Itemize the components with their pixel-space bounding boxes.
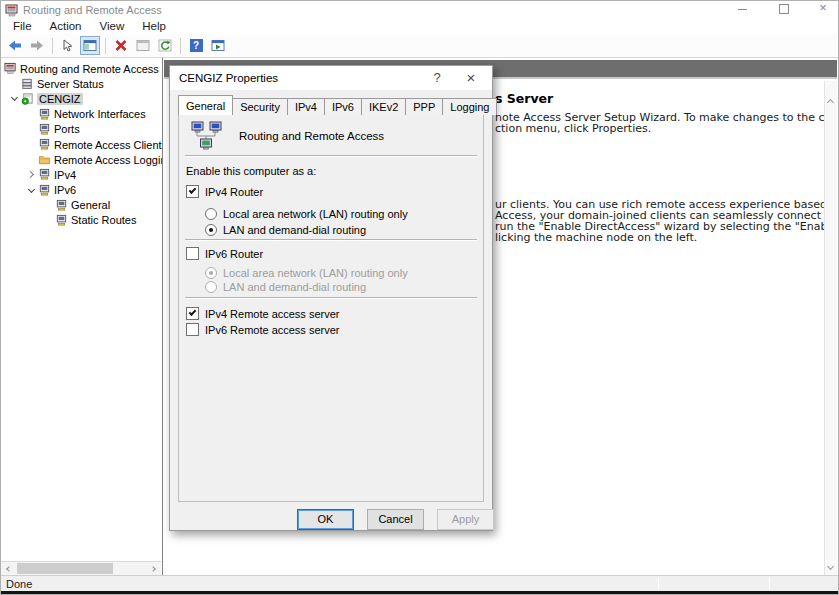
maximize-button[interactable] <box>776 2 790 14</box>
ipv6-lan-only-radio: Local area network (LAN) routing only <box>205 267 408 279</box>
back-button[interactable] <box>5 36 25 55</box>
server-green-icon <box>21 92 34 105</box>
radio-selected-disabled-icon <box>205 267 217 279</box>
show-pane-button[interactable] <box>208 36 228 55</box>
help-button[interactable]: ? <box>186 36 206 55</box>
tab-security[interactable]: Security <box>232 98 288 115</box>
product-row: Routing and Remote Access <box>189 121 384 151</box>
window-title: Routing and Remote Access <box>23 4 162 16</box>
scrollbar-thumb[interactable] <box>17 563 113 574</box>
minimize-button[interactable] <box>736 2 750 14</box>
menu-action[interactable]: Action <box>41 20 91 32</box>
toolbar-separator <box>105 38 106 54</box>
checkbox-checked-icon[interactable] <box>186 185 199 198</box>
ok-button[interactable]: OK <box>297 509 354 530</box>
statusbar-divider <box>658 578 659 589</box>
toolbar: ? <box>1 34 838 58</box>
tree-item-remote-access-clients[interactable]: Remote Access Clients ( <box>1 137 162 152</box>
separator <box>185 297 477 299</box>
console-tree-panel: Routing and Remote Access Server Status … <box>1 58 163 575</box>
scroll-left-icon[interactable] <box>3 564 13 574</box>
expander-right-icon[interactable] <box>25 168 38 181</box>
tree-item-label: General <box>71 199 110 211</box>
tree-item-ipv6[interactable]: IPv6 <box>1 183 162 198</box>
pointer-icon <box>61 39 75 52</box>
help-icon: ? <box>190 39 203 52</box>
forward-button[interactable] <box>27 36 47 55</box>
app-window: Routing and Remote Access × File Action … <box>0 0 839 595</box>
dialog-close-button[interactable]: × <box>456 66 486 90</box>
content-heading: s Server <box>495 91 553 106</box>
radio-unselected-icon[interactable] <box>205 208 217 220</box>
toolbar-separator <box>180 38 181 54</box>
rras-product-icon <box>189 121 223 151</box>
tree-item-root[interactable]: Routing and Remote Access <box>1 61 162 76</box>
menu-help[interactable]: Help <box>133 20 175 32</box>
machine-icon <box>38 123 51 136</box>
tree-item-remote-access-logging[interactable]: Remote Access Logging <box>1 152 162 167</box>
delete-button[interactable] <box>111 36 131 55</box>
bottom-strip <box>1 591 838 594</box>
tab-logging[interactable]: Logging <box>442 98 497 115</box>
option-label: IPv4 Remote access server <box>205 308 340 320</box>
console-tree-icon <box>83 39 97 52</box>
tab-ipv6[interactable]: IPv6 <box>324 98 362 115</box>
checkbox-checked-icon[interactable] <box>186 307 199 320</box>
app-icon <box>5 4 19 17</box>
ipv4-remote-access-server-checkbox[interactable]: IPv4 Remote access server <box>186 307 340 320</box>
scroll-down-icon[interactable] <box>828 555 836 563</box>
ipv6-remote-access-server-checkbox[interactable]: IPv6 Remote access server <box>186 323 340 336</box>
scroll-right-icon[interactable] <box>149 564 159 574</box>
content-line: licking the machine node on the left. <box>495 233 837 244</box>
tree-item-ipv4[interactable]: IPv4 <box>1 167 162 182</box>
machine-icon <box>38 184 51 197</box>
product-label: Routing and Remote Access <box>239 130 384 142</box>
refresh-button[interactable] <box>155 36 175 55</box>
menu-bar: File Action View Help <box>1 18 838 34</box>
export-list-button[interactable] <box>133 36 153 55</box>
cancel-button[interactable]: Cancel <box>367 509 424 530</box>
pointer-button[interactable] <box>58 36 78 55</box>
ipv4-lan-demand-dial-radio[interactable]: LAN and demand-dial routing <box>205 224 366 236</box>
option-label: Local area network (LAN) routing only <box>223 267 408 279</box>
console-tree-button[interactable] <box>80 36 100 55</box>
tab-ipv4[interactable]: IPv4 <box>287 98 325 115</box>
tree-item-label: CENGIZ <box>37 93 83 105</box>
menu-file[interactable]: File <box>4 20 41 32</box>
tab-ikev2[interactable]: IKEv2 <box>361 98 406 115</box>
tree-item-general[interactable]: General <box>1 198 162 213</box>
machine-icon <box>55 214 68 227</box>
checkbox-unchecked-icon[interactable] <box>186 247 199 260</box>
tree-item-cengiz[interactable]: CENGIZ <box>1 91 162 106</box>
dialog-tabs: General Security IPv4 IPv6 IKEv2 PPP Log… <box>178 95 496 115</box>
menu-view[interactable]: View <box>91 20 134 32</box>
title-bar: Routing and Remote Access × <box>1 1 838 18</box>
expander-down-icon[interactable] <box>8 92 21 105</box>
ipv6-router-checkbox[interactable]: IPv6 Router <box>186 247 263 260</box>
tree-item-ports[interactable]: Ports <box>1 122 162 137</box>
option-label: IPv6 Router <box>205 248 263 260</box>
ipv4-lan-only-radio[interactable]: Local area network (LAN) routing only <box>205 208 408 220</box>
tree-item-network-interfaces[interactable]: Network Interfaces <box>1 107 162 122</box>
radio-selected-icon[interactable] <box>205 224 217 236</box>
tree-item-static-routes[interactable]: Static Routes <box>1 213 162 228</box>
content-paragraph: ur clients. You can use rich remote acce… <box>495 200 837 244</box>
folder-icon <box>38 153 51 166</box>
tree-item-label: Static Routes <box>71 214 136 226</box>
scroll-up-icon[interactable] <box>828 91 836 99</box>
tree-item-server-status[interactable]: Server Status <box>1 76 162 91</box>
tree-item-label: Server Status <box>37 78 104 90</box>
apply-button[interactable]: Apply <box>437 509 494 530</box>
checkbox-unchecked-icon[interactable] <box>186 323 199 336</box>
expander-down-icon[interactable] <box>25 184 38 197</box>
tab-ppp[interactable]: PPP <box>405 98 443 115</box>
ipv4-router-checkbox[interactable]: IPv4 Router <box>186 185 263 198</box>
tree-horizontal-scrollbar[interactable] <box>1 561 161 575</box>
radio-unselected-disabled-icon <box>205 281 217 293</box>
dialog-help-button[interactable]: ? <box>422 66 452 90</box>
tab-general[interactable]: General <box>178 95 233 115</box>
content-vertical-scrollbar[interactable] <box>824 81 837 575</box>
tree-item-label: IPv4 <box>54 169 76 181</box>
close-button[interactable]: × <box>816 2 830 14</box>
status-text: Done <box>6 578 32 590</box>
